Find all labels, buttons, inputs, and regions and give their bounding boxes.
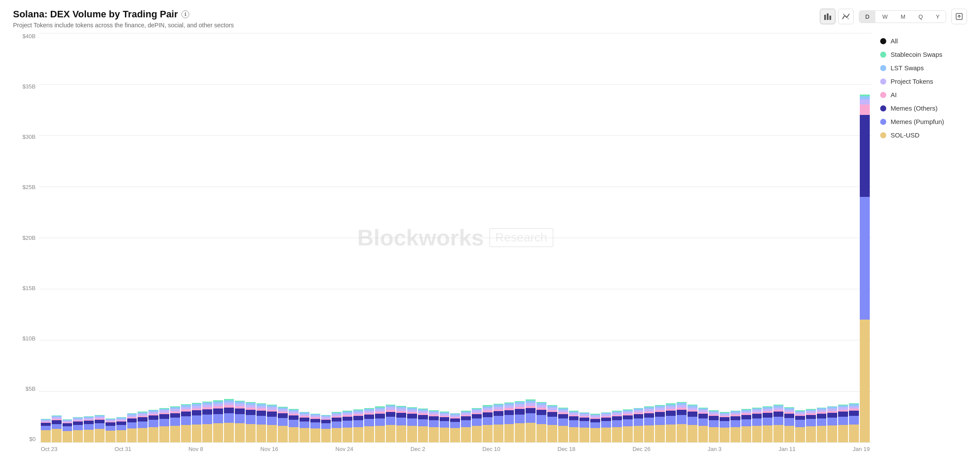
bar-group — [558, 33, 568, 442]
bar-stack — [784, 407, 794, 442]
bar-segment-memeO — [536, 410, 546, 415]
export-button[interactable] — [951, 9, 967, 24]
bar-segment-memeO — [105, 422, 115, 425]
bar-stack — [741, 409, 751, 442]
bar-segment-sol — [386, 425, 396, 442]
bar-segment-memeO — [257, 411, 266, 416]
bar-segment-memeP — [62, 426, 72, 431]
bar-group — [655, 33, 665, 442]
bar-segment-memeO — [547, 412, 557, 417]
bar-group — [461, 33, 471, 442]
legend-item-sol-usd[interactable]: SOL-USD — [880, 131, 967, 139]
legend-dot-lst — [880, 65, 886, 71]
bar-segment-sol — [407, 426, 417, 442]
bar-group — [569, 33, 579, 442]
bar-segment-memeO — [224, 408, 234, 413]
bar-group — [817, 33, 827, 442]
month-button[interactable]: M — [894, 11, 911, 23]
bar-segment-memeP — [332, 422, 342, 428]
legend-item-lst[interactable]: LST Swaps — [880, 64, 967, 72]
bar-stack — [52, 415, 62, 442]
bar-segment-memeP — [461, 420, 471, 427]
legend-item-all[interactable]: All — [880, 37, 967, 45]
bar-segment-memeO — [429, 416, 439, 420]
bar-stack — [698, 408, 708, 442]
bar-segment-sol — [159, 426, 169, 442]
bar-segment-memeP — [375, 418, 385, 426]
day-button[interactable]: D — [859, 11, 875, 23]
bar-segment-sol — [515, 423, 525, 442]
bar-chart-button[interactable] — [820, 9, 835, 24]
legend-item-ai[interactable]: AI — [880, 91, 967, 98]
bar-segment-sol — [138, 428, 148, 442]
bar-segment-sol — [202, 424, 212, 442]
bar-stack — [246, 402, 256, 442]
chart-area: $40B $35B $30B $25B $20B $15B $10B $5B $… — [13, 33, 967, 455]
bar-group — [52, 33, 62, 442]
bar-segment-memeO — [784, 414, 794, 418]
legend-item-memes-others[interactable]: Memes (Others) — [880, 105, 967, 112]
bar-group — [450, 33, 460, 442]
x-label-jan3: Jan 3 — [707, 446, 721, 452]
bar-segment-memeO — [806, 415, 816, 419]
bar-segment-sol — [461, 427, 471, 442]
bar-segment-memeO — [342, 417, 352, 421]
legend-label-ai: AI — [891, 91, 897, 98]
line-chart-button[interactable] — [838, 9, 854, 24]
legend-item-stablecoin[interactable]: Stablecoin Swaps — [880, 51, 967, 58]
bar-segment-memeP — [450, 422, 460, 428]
bar-stack — [213, 400, 223, 442]
bar-stack — [730, 411, 740, 442]
bar-segment-memeO — [655, 412, 665, 417]
bar-stack — [677, 402, 687, 442]
bar-segment-sol — [590, 428, 600, 442]
bar-stack — [515, 401, 525, 442]
bar-segment-memeO — [763, 413, 773, 418]
bar-segment-memeP — [418, 419, 428, 427]
bar-segment-proj — [860, 99, 870, 105]
bar-segment-sol — [569, 427, 579, 442]
bar-group — [677, 33, 687, 442]
bar-group — [806, 33, 816, 442]
bar-group — [666, 33, 676, 442]
bar-segment-memeP — [257, 416, 266, 425]
legend-item-memes-pumpfun[interactable]: Memes (Pumpfun) — [880, 118, 967, 125]
bar-stack — [644, 406, 654, 442]
bar-segment-sol — [375, 426, 385, 442]
bar-segment-memeO — [730, 416, 740, 420]
bar-stack — [666, 403, 676, 442]
svg-rect-0 — [824, 15, 826, 20]
bar-group — [116, 33, 126, 442]
bar-segment-sol — [784, 426, 794, 442]
info-icon[interactable]: ℹ — [181, 10, 189, 18]
bar-group — [213, 33, 223, 442]
bar-group — [730, 33, 740, 442]
bar-segment-memeP — [84, 424, 94, 429]
bar-segment-memeP — [353, 420, 363, 427]
bar-group — [289, 33, 299, 442]
bar-segment-sol — [440, 428, 450, 442]
bar-segment-sol — [95, 429, 105, 442]
legend: All Stablecoin Swaps LST Swaps Project T… — [880, 33, 967, 455]
bar-segment-sol — [849, 425, 859, 442]
bar-segment-memeO — [396, 413, 406, 418]
week-button[interactable]: W — [876, 11, 894, 23]
bar-stack — [709, 410, 719, 442]
year-button[interactable]: Y — [930, 11, 946, 23]
bar-group — [321, 33, 331, 442]
bar-segment-sol — [289, 427, 299, 442]
bar-segment-memeP — [784, 418, 794, 426]
bar-stack — [278, 407, 288, 442]
bar-stack — [827, 406, 837, 442]
bar-segment-memeO — [321, 420, 331, 423]
bar-stack — [773, 405, 783, 442]
x-label-jan19: Jan 19 — [853, 446, 870, 452]
bar-segment-memeP — [472, 418, 482, 426]
legend-item-project[interactable]: Project Tokens — [880, 78, 967, 85]
bar-group — [246, 33, 256, 442]
quarter-button[interactable]: Q — [912, 11, 929, 23]
bar-segment-sol — [687, 425, 697, 442]
bar-stack — [440, 412, 450, 442]
bar-segment-memeO — [720, 417, 730, 421]
bar-segment-sol — [536, 424, 546, 442]
